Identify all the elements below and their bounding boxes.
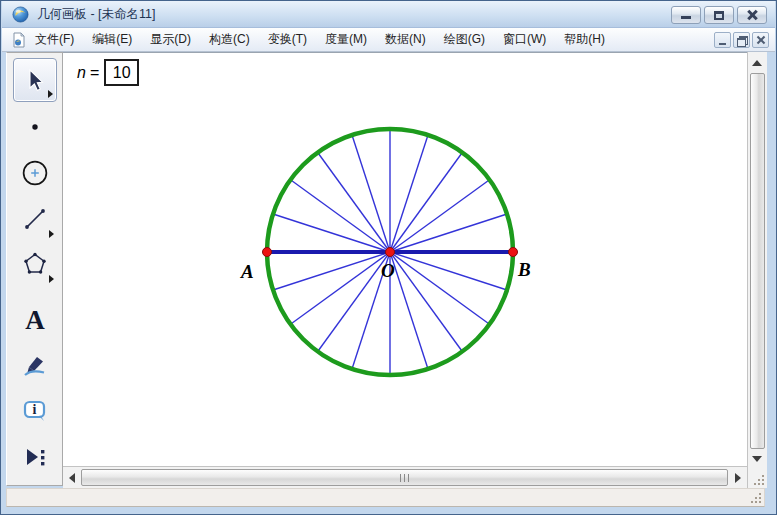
status-bar: [6, 488, 765, 507]
document-icon: [12, 32, 26, 48]
vertical-scroll-thumb[interactable]: [750, 73, 765, 449]
text-tool[interactable]: A: [13, 298, 57, 342]
geometry-figure[interactable]: AOB: [63, 53, 747, 467]
scrollbar-corner: [748, 469, 767, 488]
resize-grip-icon[interactable]: [754, 475, 765, 486]
equals-sign: =: [90, 64, 99, 82]
marker-pen-icon: [22, 354, 48, 380]
thumb-grip-icon: [400, 474, 410, 482]
menu-window[interactable]: 窗口(W): [494, 27, 555, 52]
scroll-up-icon[interactable]: [752, 60, 762, 66]
title-bar[interactable]: 几何画板 - [未命名11]: [2, 1, 775, 28]
parameter-name: n: [77, 64, 86, 82]
menu-construct[interactable]: 构造(C): [200, 27, 259, 52]
selection-arrow-tool[interactable]: [13, 58, 57, 102]
minimize-icon: [681, 16, 691, 19]
child-restore-icon: [737, 36, 746, 44]
tool-flyout-arrow-icon[interactable]: [49, 230, 54, 238]
child-minimize-button[interactable]: [714, 32, 731, 48]
parameter-value-box[interactable]: 10: [104, 59, 139, 86]
minimize-button[interactable]: [671, 6, 701, 24]
menu-display[interactable]: 显示(D): [141, 27, 200, 52]
tool-palette: A i: [6, 52, 63, 486]
close-icon: [746, 10, 758, 20]
svg-text:i: i: [33, 402, 37, 417]
information-tool[interactable]: i: [13, 390, 57, 434]
horizontal-scrollbar[interactable]: [63, 466, 747, 488]
custom-tool[interactable]: [13, 436, 57, 480]
scroll-right-icon[interactable]: [735, 473, 741, 483]
svg-text:O: O: [381, 260, 395, 281]
polygon-tool[interactable]: [13, 242, 57, 286]
menu-edit[interactable]: 编辑(E): [83, 27, 141, 52]
svg-text:A: A: [240, 261, 254, 282]
pentagon-icon: [22, 251, 48, 277]
marker-tool[interactable]: [13, 345, 57, 389]
menu-data[interactable]: 数据(N): [376, 27, 435, 52]
custom-tool-icon: [21, 444, 49, 472]
child-restore-button[interactable]: [733, 32, 750, 48]
tool-flyout-arrow-icon[interactable]: [49, 275, 54, 283]
tool-flyout-arrow-icon[interactable]: [48, 90, 53, 98]
close-button[interactable]: [737, 6, 767, 24]
menu-graph[interactable]: 绘图(G): [435, 27, 494, 52]
menu-transform[interactable]: 变换(T): [259, 27, 316, 52]
sketch-canvas[interactable]: AOB n = 10: [63, 52, 747, 466]
segment-icon: [22, 206, 48, 232]
arrow-cursor-icon: [22, 67, 48, 93]
svg-text:B: B: [517, 259, 531, 280]
point-icon: [22, 114, 48, 140]
scroll-left-icon[interactable]: [69, 473, 75, 483]
horizontal-scroll-thumb[interactable]: [81, 469, 728, 486]
app-icon: [12, 6, 29, 23]
application-window: 几何画板 - [未命名11] 文件(F) 编辑(E) 显示(D) 构造(C) 变…: [0, 0, 777, 515]
menu-bar: 文件(F) 编辑(E) 显示(D) 构造(C) 变换(T) 度量(M) 数据(N…: [2, 28, 775, 52]
menu-file[interactable]: 文件(F): [26, 27, 83, 52]
scroll-down-icon[interactable]: [752, 456, 762, 462]
straightedge-tool[interactable]: [13, 197, 57, 241]
compass-tool[interactable]: [13, 151, 57, 195]
menu-help[interactable]: 帮助(H): [555, 27, 614, 52]
child-close-icon: [756, 36, 765, 44]
restore-icon: [714, 11, 724, 20]
child-close-button[interactable]: [752, 32, 769, 48]
maximize-button[interactable]: [704, 6, 734, 24]
resize-grip-icon[interactable]: [751, 493, 762, 504]
window-title: 几何画板 - [未命名11]: [37, 6, 156, 23]
text-tool-icon: A: [25, 307, 45, 334]
menu-measure[interactable]: 度量(M): [316, 27, 376, 52]
point-tool[interactable]: [13, 105, 57, 149]
circle-icon: [21, 159, 49, 187]
child-minimize-icon: [719, 43, 726, 45]
parameter-control[interactable]: n = 10: [77, 59, 139, 86]
info-bubble-icon: i: [21, 398, 49, 426]
vertical-scrollbar[interactable]: [747, 52, 767, 488]
